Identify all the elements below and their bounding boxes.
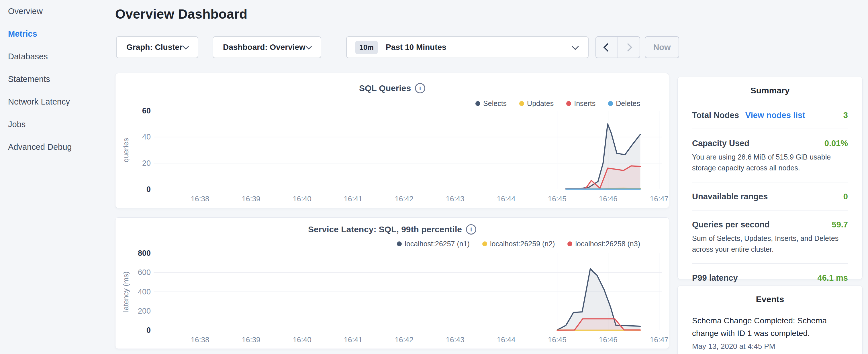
sidebar-item-metrics[interactable]: Metrics [8,23,105,45]
sidebar-item-statements[interactable]: Statements [8,68,105,91]
chevron-down-icon [183,43,189,49]
summary-row-subtext: You are using 28.6 MiB of 515.9 GiB usab… [692,152,848,173]
summary-row-label: Capacity Used [692,139,749,148]
summary-row-value: 0 [843,192,848,201]
summary-row-label: P99 latency [692,273,738,283]
sql-queries-chart[interactable]: 16:3816:3916:4016:4116:4216:4316:4416:45… [116,73,670,208]
svg-text:16:45: 16:45 [548,194,566,203]
svg-text:16:42: 16:42 [395,335,413,344]
svg-text:queries: queries [122,138,130,162]
page-title: Overview Dashboard [115,6,247,22]
svg-text:16:42: 16:42 [395,194,413,203]
svg-text:40: 40 [142,133,151,141]
svg-text:0: 0 [147,185,151,194]
time-range-label: Past 10 Minutes [386,43,446,52]
divider [337,38,337,57]
sidebar-item-network-latency[interactable]: Network Latency [8,91,105,113]
svg-text:16:46: 16:46 [599,335,618,344]
chevron-left-icon [603,43,612,52]
summary-row-value: 46.1 ms [817,273,848,283]
summary-panel: Summary Total NodesView nodes list3Capac… [677,77,863,279]
svg-text:16:41: 16:41 [344,194,363,203]
summary-row-subtext: Sum of Selects, Updates, Inserts, and De… [692,233,848,255]
summary-heading: Summary [692,77,848,95]
chevron-down-icon [306,43,312,49]
summary-row-label: Queries per second [692,220,770,229]
graph-dropdown-label: Graph: Cluster [126,43,183,52]
sql-queries-chart-card: SQL Queries i SelectsUpdatesInsertsDelet… [115,73,669,208]
time-range-dropdown[interactable]: 10m Past 10 Minutes [346,36,589,58]
app-root: OverviewMetricsDatabasesStatementsNetwor… [0,0,868,354]
svg-text:20: 20 [142,159,151,167]
svg-text:16:41: 16:41 [344,335,363,344]
svg-text:0: 0 [147,326,151,334]
svg-text:16:43: 16:43 [446,194,465,203]
summary-row: Total NodesView nodes list3 [692,101,848,129]
dashboard-dropdown-label: Dashboard: Overview [223,43,306,52]
svg-text:16:39: 16:39 [242,194,260,203]
svg-text:16:38: 16:38 [191,335,209,344]
now-button[interactable]: Now [645,36,679,58]
svg-text:600: 600 [138,268,151,277]
next-range-button[interactable] [618,37,640,58]
svg-text:16:44: 16:44 [497,335,516,344]
chevron-down-icon [572,43,579,50]
svg-text:16:39: 16:39 [242,335,260,344]
summary-row-label: Unavailable ranges [692,192,768,201]
sidebar-item-databases[interactable]: Databases [8,45,105,68]
sidebar-item-overview[interactable]: Overview [8,0,105,23]
svg-text:16:40: 16:40 [293,194,311,203]
prev-range-button[interactable] [596,37,618,58]
events-list: Schema Change Completed: Schema change w… [692,315,848,351]
svg-text:16:38: 16:38 [191,194,209,203]
view-nodes-link[interactable]: View nodes list [745,110,805,120]
sidebar-nav: OverviewMetricsDatabasesStatementsNetwor… [8,0,105,158]
summary-row-value: 0.01% [825,139,848,148]
summary-rows: Total NodesView nodes list3Capacity Used… [692,101,848,291]
time-window-badge: 10m [355,41,378,54]
svg-text:60: 60 [142,106,151,115]
svg-text:400: 400 [138,288,151,296]
sidebar-item-jobs[interactable]: Jobs [8,113,105,136]
svg-text:latency (ms): latency (ms) [122,271,130,312]
svg-text:16:45: 16:45 [548,335,566,344]
event-text: Schema Change Completed: Schema change w… [692,315,835,340]
summary-row: Unavailable ranges0 [692,183,848,211]
time-step-buttons [595,36,640,58]
svg-text:16:43: 16:43 [446,335,465,344]
event-timestamp: May 13, 2020 at 4:45 PM [692,342,848,351]
summary-row-label: Total Nodes [692,110,739,120]
summary-row: Capacity Used0.01%You are using 28.6 MiB… [692,129,848,183]
controls-bar: Graph: Cluster Dashboard: Overview 10m P… [115,36,685,58]
events-panel: Events Schema Change Completed: Schema c… [677,286,863,354]
svg-text:16:46: 16:46 [599,194,618,203]
svg-text:16:47: 16:47 [650,335,669,344]
svg-text:16:40: 16:40 [293,335,311,344]
events-heading: Events [692,286,848,304]
svg-text:800: 800 [138,249,151,257]
service-latency-chart-card: Service Latency: SQL, 99th percentile i … [115,217,669,349]
svg-text:16:44: 16:44 [497,194,516,203]
sidebar-item-advanced-debug[interactable]: Advanced Debug [8,136,105,158]
graph-dropdown[interactable]: Graph: Cluster [116,36,198,58]
dashboard-dropdown[interactable]: Dashboard: Overview [213,36,321,58]
svg-text:200: 200 [138,307,151,315]
chevron-right-icon [624,43,632,52]
summary-row-value: 3 [843,110,848,120]
svg-text:16:47: 16:47 [650,194,669,203]
summary-row-value: 59.7 [832,220,848,229]
summary-row: Queries per second59.7Sum of Selects, Up… [692,211,848,264]
event-item[interactable]: Schema Change Completed: Schema change w… [692,315,848,351]
service-latency-chart[interactable]: 16:3816:3916:4016:4116:4216:4316:4416:45… [116,218,670,349]
